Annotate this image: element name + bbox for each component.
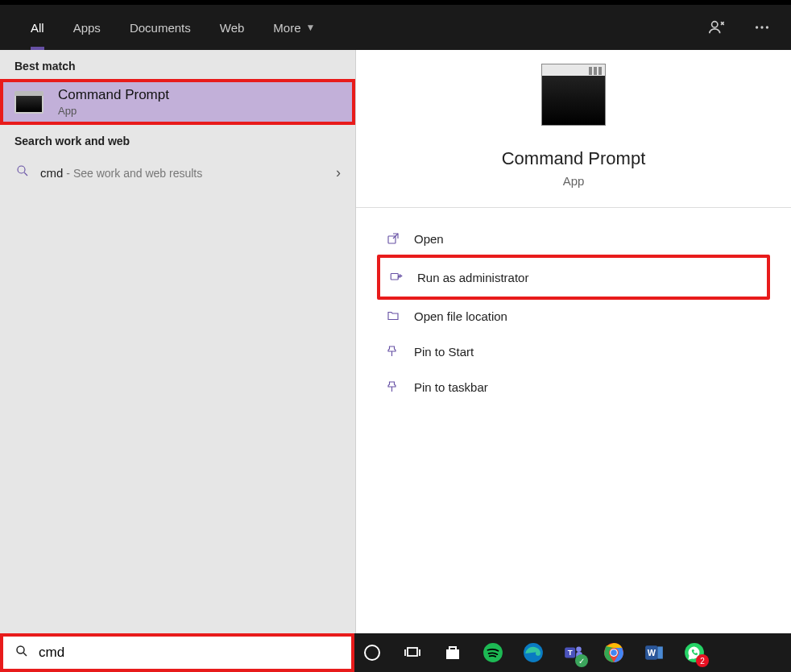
result-title: Command Prompt <box>58 87 169 103</box>
search-icon <box>14 644 29 662</box>
taskbar: T ✓ W 2 <box>354 633 791 672</box>
svg-text:T: T <box>568 648 573 657</box>
search-bar[interactable] <box>0 633 354 672</box>
notification-badge: 2 <box>696 654 709 667</box>
best-match-label: Best match <box>0 50 355 79</box>
svg-rect-6 <box>391 274 398 280</box>
svg-point-1 <box>756 26 758 28</box>
open-icon <box>385 230 401 247</box>
results-panel: Best match Command Prompt App Search wor… <box>0 50 355 633</box>
tab-all[interactable]: All <box>16 5 59 50</box>
tab-web[interactable]: Web <box>205 5 259 50</box>
svg-rect-9 <box>408 648 417 656</box>
preview-title: Command Prompt <box>502 148 646 169</box>
svg-rect-21 <box>657 646 663 658</box>
more-options-icon[interactable] <box>749 15 775 40</box>
chrome-icon[interactable] <box>603 641 625 664</box>
svg-point-18 <box>611 649 617 656</box>
result-type: App <box>58 105 169 117</box>
word-icon[interactable]: W <box>643 641 665 664</box>
svg-point-0 <box>712 22 718 27</box>
search-web-label: Search work and web <box>0 125 355 154</box>
pin-start-icon <box>385 343 401 359</box>
whatsapp-icon[interactable]: 2 <box>683 641 706 664</box>
spotify-icon[interactable] <box>482 641 504 664</box>
action-pin-to-taskbar[interactable]: Pin to taskbar <box>380 371 767 403</box>
pin-taskbar-icon <box>385 379 401 395</box>
store-icon[interactable] <box>441 641 464 664</box>
cortana-icon[interactable] <box>361 641 383 664</box>
action-open-file-location[interactable]: Open file location <box>380 300 767 332</box>
status-available-badge: ✓ <box>575 654 588 667</box>
web-query: cmd <box>40 166 63 180</box>
svg-point-3 <box>766 26 768 28</box>
annotation-highlight <box>0 79 355 125</box>
search-icon <box>14 164 31 181</box>
task-view-icon[interactable] <box>401 641 424 664</box>
preview-type: App <box>563 174 585 188</box>
svg-point-4 <box>18 166 25 173</box>
preview-panel: Command Prompt App Open Run as administr… <box>355 50 791 633</box>
svg-point-8 <box>365 645 379 660</box>
chevron-right-icon: › <box>336 164 341 181</box>
edge-icon[interactable] <box>522 641 545 664</box>
action-run-as-administrator[interactable]: Run as administrator <box>377 255 770 300</box>
web-suffix: - See work and web results <box>66 167 202 180</box>
folder-location-icon <box>385 308 401 324</box>
shield-admin-icon <box>388 269 404 285</box>
svg-point-7 <box>17 646 24 653</box>
result-command-prompt[interactable]: Command Prompt App <box>0 79 355 125</box>
chevron-down-icon: ▼ <box>306 22 316 33</box>
web-result-cmd[interactable]: cmd - See work and web results › <box>0 154 355 191</box>
cmd-app-icon <box>14 91 43 114</box>
tab-documents[interactable]: Documents <box>115 5 205 50</box>
action-pin-to-start[interactable]: Pin to Start <box>380 335 767 367</box>
tab-more[interactable]: More▼ <box>259 5 329 50</box>
search-input[interactable] <box>39 645 340 661</box>
search-tabs-header: All Apps Documents Web More▼ <box>0 5 791 50</box>
svg-text:W: W <box>648 648 656 657</box>
account-icon[interactable] <box>704 15 730 40</box>
action-open[interactable]: Open <box>380 222 767 255</box>
cmd-large-icon <box>541 74 606 126</box>
svg-point-2 <box>760 26 763 28</box>
tab-apps[interactable]: Apps <box>59 5 115 50</box>
svg-point-14 <box>576 646 582 652</box>
teams-icon[interactable]: T ✓ <box>562 641 585 664</box>
